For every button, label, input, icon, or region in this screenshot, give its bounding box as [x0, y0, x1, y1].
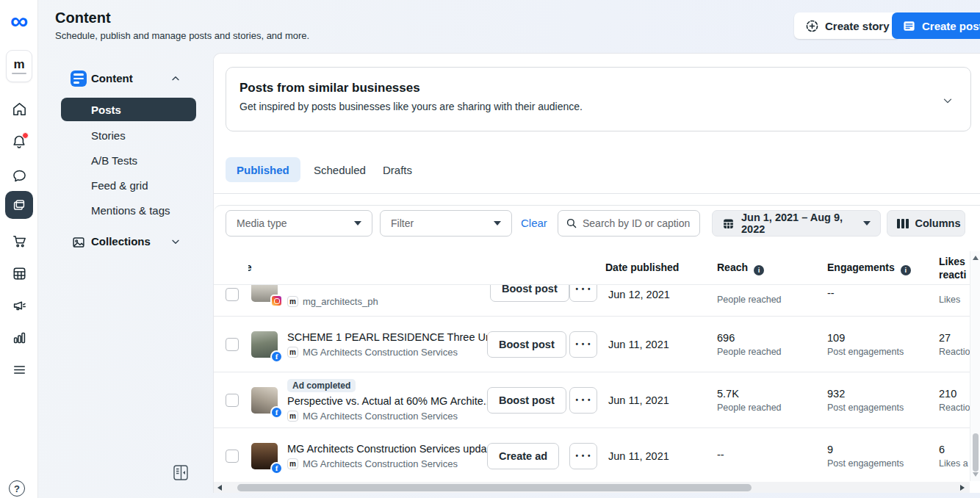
media-type-dropdown[interactable]: Media type: [226, 210, 372, 237]
collapse-sidebar-icon[interactable]: [173, 464, 189, 481]
column-likes-reactions[interactable]: Likes reacti: [939, 255, 970, 281]
page-title: Content: [55, 10, 111, 26]
chevron-up-icon[interactable]: [170, 73, 181, 84]
create-post-button[interactable]: Create post: [892, 12, 980, 39]
meta-logo-icon[interactable]: ∞: [0, 6, 38, 35]
reach-label: People reached: [717, 295, 782, 305]
more-options-button[interactable]: • • •: [569, 285, 597, 302]
sidebar-item-collections[interactable]: Collections: [91, 235, 151, 248]
likes-metric: 210Reactio: [939, 388, 970, 413]
search-box[interactable]: [558, 210, 700, 237]
table-row: m mg_architects_ph Boost post • • • Jun …: [214, 285, 970, 317]
tab-scheduled[interactable]: Scheduled: [303, 157, 377, 182]
boost-post-button[interactable]: Boost post: [490, 285, 569, 302]
business-avatar[interactable]: m: [6, 50, 32, 82]
scroll-left-arrow-icon[interactable]: [217, 485, 222, 491]
sidebar-item-posts[interactable]: Posts: [61, 98, 196, 121]
nav-section-content[interactable]: Content: [91, 72, 133, 84]
post-thumbnail[interactable]: f: [251, 443, 278, 469]
post-title[interactable]: MG Architects Construction Services upda…: [287, 443, 487, 455]
home-icon[interactable]: [0, 95, 38, 122]
planner-grid-icon[interactable]: [0, 260, 38, 286]
instagram-icon: [270, 295, 283, 307]
search-input[interactable]: [583, 217, 692, 229]
table-rows-viewport: m mg_architects_ph Boost post • • • Jun …: [214, 285, 970, 483]
scroll-down-arrow-icon[interactable]: [973, 472, 979, 477]
expand-chevron-down-icon[interactable]: [941, 94, 954, 107]
page-name: MG Architects Construction Services: [303, 458, 458, 469]
clear-filters-link[interactable]: Clear: [521, 217, 547, 229]
more-options-button[interactable]: • • •: [569, 443, 597, 469]
scroll-right-arrow-icon[interactable]: [960, 485, 965, 491]
caret-down-icon: [354, 221, 361, 225]
reach-metric: 696People reached: [717, 332, 827, 357]
page-name: MG Architects Construction Services: [303, 411, 458, 422]
vertical-scroll-thumb[interactable]: [973, 433, 979, 472]
sidebar-item-ab-tests[interactable]: A/B Tests: [91, 154, 137, 167]
table-row: f Ad completed Perspective vs. Actual at…: [214, 372, 970, 428]
create-story-icon: [805, 19, 819, 33]
row-checkbox[interactable]: [226, 288, 239, 301]
similar-businesses-card: Posts from similar businesses Get inspir…: [226, 67, 971, 131]
engagements-metric: 932Post engagements: [827, 388, 939, 413]
row-checkbox[interactable]: [226, 394, 239, 407]
post-date: Jun 11, 2021: [608, 450, 704, 462]
messages-icon[interactable]: [0, 162, 38, 189]
filter-dropdown[interactable]: Filter: [380, 210, 512, 237]
likes-label: Likes: [939, 295, 960, 305]
info-icon[interactable]: i: [754, 265, 764, 275]
post-date: Jun 11, 2021: [608, 394, 704, 406]
page-name: MG Architects Construction Services: [303, 347, 458, 358]
create-story-button[interactable]: Create story: [794, 12, 901, 39]
tabs-divider: [214, 193, 980, 194]
post-title[interactable]: Perspective vs. Actual at 60% MG Archite…: [287, 395, 487, 407]
content-icon-selected[interactable]: [5, 191, 33, 219]
sidebar-item-mentions-tags[interactable]: Mentions & tags: [91, 204, 170, 217]
row-checkbox[interactable]: [226, 338, 239, 351]
caret-down-icon: [494, 221, 501, 225]
commerce-cart-icon[interactable]: [0, 228, 38, 254]
facebook-icon: f: [270, 406, 283, 419]
column-date-published[interactable]: Date published: [605, 261, 679, 273]
posts-table-card: Media type Filter Clear Jun 1, 2021 – Au…: [214, 205, 980, 493]
similar-card-subtitle: Get inspired by posts businesses like yo…: [239, 101, 583, 112]
likes-metric: 6Likes a: [939, 444, 970, 469]
sidebar-item-feed-grid[interactable]: Feed & grid: [91, 179, 148, 192]
post-thumbnail[interactable]: f: [251, 331, 278, 358]
chevron-down-icon[interactable]: [170, 236, 181, 248]
ads-megaphone-icon[interactable]: [0, 292, 38, 319]
column-reach[interactable]: Reachi: [717, 261, 764, 275]
column-title[interactable]: Title: [248, 261, 425, 273]
tab-drafts[interactable]: Drafts: [372, 157, 423, 182]
insights-chart-icon[interactable]: [0, 324, 38, 350]
search-icon: [566, 217, 577, 229]
table-row: f SCHEME 1 PEARL RESIDENCE Three Unit ..…: [214, 317, 970, 372]
info-icon[interactable]: i: [901, 265, 911, 275]
more-options-button[interactable]: • • •: [569, 331, 597, 358]
notifications-bell-icon[interactable]: [0, 129, 38, 155]
vertical-scrollbar[interactable]: [970, 251, 980, 481]
post-thumbnail[interactable]: f: [251, 387, 278, 414]
tab-published[interactable]: Published: [226, 157, 300, 182]
boost-post-button[interactable]: Boost post: [487, 387, 566, 414]
post-date: Jun 12, 2021: [608, 289, 704, 300]
post-thumbnail[interactable]: [251, 285, 278, 302]
columns-button[interactable]: Columns: [887, 210, 965, 237]
boost-post-button[interactable]: Boost post: [487, 331, 566, 358]
date-range-button[interactable]: Jun 1, 2021 – Aug 9, 2022: [712, 210, 881, 237]
horizontal-scroll-thumb[interactable]: [237, 484, 752, 491]
horizontal-scrollbar[interactable]: [214, 481, 970, 493]
row-checkbox[interactable]: [226, 450, 239, 463]
page-avatar: m: [287, 347, 298, 358]
reach-metric: 5.7KPeople reached: [717, 388, 827, 413]
similar-card-title: Posts from similar businesses: [239, 81, 420, 95]
all-tools-menu-icon[interactable]: [0, 356, 38, 383]
more-options-button[interactable]: • • •: [569, 387, 597, 414]
post-title[interactable]: SCHEME 1 PEARL RESIDENCE Three Unit ...: [287, 331, 487, 343]
create-ad-button[interactable]: Create ad: [487, 443, 559, 469]
help-icon[interactable]: ?: [9, 480, 25, 497]
scroll-up-arrow-icon[interactable]: [973, 256, 979, 260]
column-engagements[interactable]: Engagementsi: [827, 261, 911, 275]
reach-metric: --: [717, 449, 827, 463]
sidebar-item-stories[interactable]: Stories: [91, 129, 126, 142]
